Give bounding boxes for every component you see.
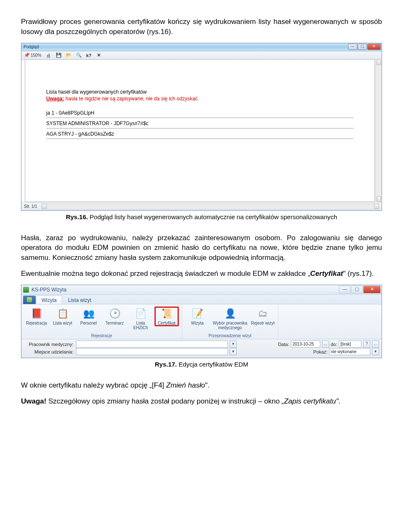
ribbon: 📕 Rejestracja 📋 Lista wizyt 👥 Personel 🕑… bbox=[21, 304, 382, 339]
filter-form: Pracownik medyczny: ▾ Data: 2013-10-25 …… bbox=[21, 339, 382, 358]
maximize-button[interactable]: ▢ bbox=[358, 44, 367, 50]
select-pokaz[interactable]: nie wykonane bbox=[329, 348, 370, 355]
maximize-button[interactable]: ▢ bbox=[351, 286, 363, 294]
ribbon-group-label: Przeprowadzenie wizyt bbox=[185, 333, 275, 338]
help-icon[interactable]: k? bbox=[86, 52, 92, 58]
exit-icon[interactable]: ✕ bbox=[96, 52, 102, 58]
doc-heading: Lista haseł dla wygenerowanych certyfika… bbox=[46, 89, 353, 95]
input-data-do[interactable]: [brak] bbox=[339, 341, 361, 348]
help-button[interactable]: ? bbox=[363, 341, 370, 348]
preview-window-title: Podgląd bbox=[24, 45, 39, 49]
btn-wizyta[interactable]: 📝 Wizyta bbox=[185, 306, 210, 327]
zoom-level: 150% bbox=[31, 53, 42, 58]
label-pokaz: Pokaż: bbox=[313, 349, 327, 354]
visit-icon: 📝 bbox=[191, 307, 204, 320]
ribbon-tabstrip: Wizyta Lista wizyt bbox=[21, 295, 382, 304]
clock-icon: 🕑 bbox=[108, 307, 121, 320]
close-button[interactable]: ✕ bbox=[367, 44, 381, 50]
clear-pracownik-button[interactable]: ▾ bbox=[230, 341, 237, 348]
vertical-scrollbar[interactable] bbox=[375, 59, 382, 202]
minimize-button[interactable]: — bbox=[348, 44, 357, 50]
find-icon[interactable]: 🔍 bbox=[76, 52, 82, 58]
file-tab-icon bbox=[27, 297, 32, 302]
clear-miejsce-button[interactable]: ▾ bbox=[230, 348, 237, 355]
minimize-button[interactable]: — bbox=[339, 286, 351, 294]
password-row: ja 1 - 0Ae8PSpGLlpH bbox=[46, 107, 353, 118]
ribbon-group-rejestracje: 📕 Rejestracja 📋 Lista wizyt 👥 Personel 🕑… bbox=[21, 304, 182, 339]
save-icon[interactable]: 💾 bbox=[56, 52, 62, 58]
kspps-window: KS-PPS Wizyta — ▢ ✕ Wizyta Lista wizyt 📕… bbox=[21, 285, 382, 358]
tab-lista-wizyt[interactable]: Lista wizyt bbox=[63, 296, 97, 304]
preview-window: Podgląd — ▢ ✕ 📌 150% 🖨 💾 📂 🔍 k? ✕ Lista … bbox=[21, 43, 382, 211]
preview-titlebar: Podgląd — ▢ ✕ bbox=[21, 43, 382, 51]
btn-lista-ehzich[interactable]: 📄 Lista EHZiCh bbox=[128, 306, 153, 331]
figure16-caption: Rys.16. Podgląd listy haseł wygenerowany… bbox=[21, 213, 382, 220]
end-paragraph-2: Uwaga! Szczegółowy opis zmiany hasła zos… bbox=[21, 396, 382, 406]
btn-wybor-pracownika[interactable]: 👤 Wybór pracownika medycznego bbox=[211, 306, 249, 331]
btn-rejestracja[interactable]: 📕 Rejestracja bbox=[24, 306, 49, 327]
tab-wizyta[interactable]: Wizyta bbox=[36, 296, 62, 304]
document-icon: 📄 bbox=[134, 307, 147, 320]
preview-document: Lista haseł dla wygenerowanych certyfika… bbox=[25, 59, 375, 202]
pin-icon[interactable]: 📌 bbox=[24, 52, 30, 58]
dropdown-button[interactable]: ▾ bbox=[372, 348, 379, 355]
page-indicator: Str. 1/1 bbox=[24, 204, 37, 209]
intro-paragraph: Prawidłowy proces generowania certyfikat… bbox=[21, 17, 382, 37]
btn-lista-wizyt[interactable]: 📋 Lista wizyt bbox=[50, 306, 75, 327]
people-icon: 👥 bbox=[82, 307, 95, 320]
certificate-icon: 📜 bbox=[160, 307, 173, 320]
print-icon[interactable]: 🖨 bbox=[46, 52, 52, 58]
btn-terminarz[interactable]: 🕑 Terminarz bbox=[102, 306, 127, 327]
register-icon: 🗂 bbox=[256, 307, 270, 320]
mid-paragraph-1: Hasła, zaraz po wydrukowaniu, należy prz… bbox=[21, 233, 382, 263]
date-picker-button[interactable]: … bbox=[322, 341, 329, 348]
app-icon bbox=[23, 287, 29, 293]
label-data: Data: bbox=[278, 342, 289, 347]
btn-personel[interactable]: 👥 Personel bbox=[76, 306, 101, 327]
doc-warning: Uwaga: hasła te nigdzie nie są zapisywan… bbox=[46, 96, 353, 102]
figure17-caption: Rys.17. Edycja certyfikatów EDM bbox=[21, 361, 382, 368]
kspps-titlebar: KS-PPS Wizyta — ▢ ✕ bbox=[21, 285, 382, 295]
ribbon-group-przeprowadzenie: 📝 Wizyta 👤 Wybór pracownika medycznego 🗂… bbox=[182, 304, 278, 339]
app-title: KS-PPS Wizyta bbox=[31, 287, 66, 293]
select-person-icon: 👤 bbox=[223, 307, 237, 320]
file-tab[interactable] bbox=[23, 296, 36, 304]
mid-paragraph-2: Ewentualnie można tego dokonać przed rej… bbox=[21, 269, 382, 279]
book-icon: 📕 bbox=[30, 307, 43, 320]
end-paragraph-1: W oknie certyfikatu należy wybrać opcję … bbox=[21, 380, 382, 390]
preview-statusbar: Str. 1/1 bbox=[21, 202, 382, 210]
label-do: do: bbox=[331, 342, 337, 347]
btn-rejestr-wizyt[interactable]: 🗂 Rejestr wizyt bbox=[250, 306, 275, 327]
password-row: SYSTEM ADMINISTRATOR - JDF7Gys#7#$c bbox=[46, 118, 353, 128]
btn-certyfikat[interactable]: 📜 Certyfikat bbox=[154, 306, 179, 327]
ribbon-group-label: Rejestracje bbox=[24, 333, 179, 338]
horizontal-scrollbar[interactable] bbox=[42, 204, 379, 210]
more-button[interactable]: … bbox=[372, 341, 379, 348]
open-icon[interactable]: 📂 bbox=[66, 52, 72, 58]
input-pracownik[interactable] bbox=[76, 341, 228, 348]
label-pracownik: Pracownik medyczny: bbox=[24, 342, 74, 347]
close-button[interactable]: ✕ bbox=[363, 286, 381, 294]
password-row: AGA STRYJ - gA&cDGksZe$z bbox=[46, 128, 353, 139]
list-icon: 📋 bbox=[56, 307, 69, 320]
input-data-od[interactable]: 2013-10-25 bbox=[291, 341, 320, 348]
input-miejsce[interactable] bbox=[76, 348, 228, 355]
preview-toolbar: 📌 150% 🖨 💾 📂 🔍 k? ✕ bbox=[21, 51, 382, 60]
label-miejsce: Miejsce udzielania: bbox=[24, 349, 74, 354]
